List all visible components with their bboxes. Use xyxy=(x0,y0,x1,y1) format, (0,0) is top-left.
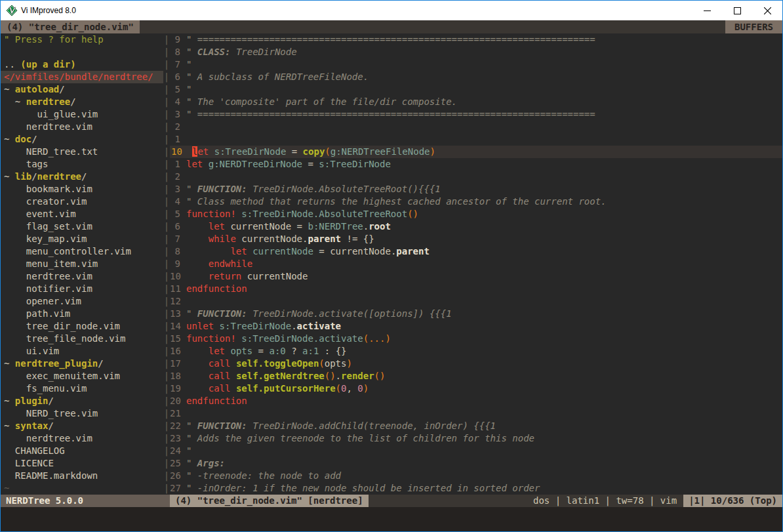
code-token: (up a dir) xyxy=(20,59,75,70)
status-filename: (4) "tree_dir_node.vim" [nerdtree] xyxy=(170,495,369,507)
code-line[interactable]: 6 let currentNode = b:NERDTree.root xyxy=(170,220,782,233)
code-token: menu_controller.vim xyxy=(4,246,131,256)
tree-item[interactable]: fs_menu.vim xyxy=(1,382,163,395)
code-line[interactable]: 14unlet s:TreeDirNode.activate xyxy=(170,320,782,333)
code-line[interactable]: 11endfunction xyxy=(170,283,782,295)
code-line[interactable]: 7 while currentNode.parent != {} xyxy=(170,233,782,245)
code-line-current[interactable]: 10let s:TreeDirNode = copy(g:NERDTreeFil… xyxy=(170,146,782,158)
code-line[interactable]: 9" =====================================… xyxy=(170,33,782,46)
code-line[interactable]: 26" -treenode: the node to add xyxy=(170,470,782,482)
code-line[interactable]: 5" xyxy=(170,83,782,96)
code-line[interactable]: 1 xyxy=(170,133,782,146)
code-line[interactable]: 12 xyxy=(170,295,782,308)
tree-item[interactable]: ui_glue.vim xyxy=(1,108,163,121)
code-line[interactable]: 20endfunction xyxy=(170,395,782,407)
tree-item[interactable]: ~ syntax/ xyxy=(1,420,163,432)
tree-item[interactable]: README.markdown xyxy=(1,470,163,482)
minimize-button[interactable] xyxy=(692,1,722,20)
code-line[interactable]: 19 call self.putCursorHere(0, 0) xyxy=(170,382,782,395)
code-line[interactable]: 4" The 'composite' part of the file/dir … xyxy=(170,96,782,108)
code-line[interactable]: 22" FUNCTION: TreeDirNode.addChild(treen… xyxy=(170,420,782,432)
tree-item[interactable]: ui.vim xyxy=(1,345,163,358)
code-line[interactable]: 4" Class method that returns the highest… xyxy=(170,195,782,208)
tree-item[interactable]: ~ doc/ xyxy=(1,133,163,146)
code-line[interactable]: 7" xyxy=(170,58,782,71)
tree-item[interactable]: ~ autoload/ xyxy=(1,83,163,96)
tree-item[interactable]: tree_file_node.vim xyxy=(1,333,163,345)
code-line[interactable]: 16 let opts = a:0 ? a:1 : {} xyxy=(170,345,782,358)
tree-item[interactable]: path.vim xyxy=(1,308,163,320)
code-token: " xyxy=(186,59,191,70)
code-token: opts xyxy=(325,358,347,369)
tree-item[interactable]: opener.vim xyxy=(1,295,163,308)
code-token: bookmark.vim xyxy=(4,184,92,194)
code-token: / xyxy=(98,358,103,369)
code-text: function! s:TreeDirNode.AbsoluteTreeRoot… xyxy=(186,208,418,220)
code-line[interactable]: 3" =====================================… xyxy=(170,108,782,121)
code-line[interactable]: 13" FUNCTION: TreeDirNode.activate([opti… xyxy=(170,308,782,320)
window-separator[interactable]: | | | | | | | | | | | | | | | | | | | | … xyxy=(163,33,170,495)
tree-item[interactable]: nerdtree.vim xyxy=(1,270,163,283)
tree-item[interactable]: nerdtree.vim xyxy=(1,121,163,133)
tree-item[interactable]: flag_set.vim xyxy=(1,220,163,233)
code-token: != {} xyxy=(341,234,374,244)
code-line[interactable]: 3" FUNCTION: TreeDirNode.AbsoluteTreeRoo… xyxy=(170,183,782,195)
tree-item[interactable]: tree_dir_node.vim xyxy=(1,320,163,333)
code-line[interactable]: 27" -inOrder: 1 if the new node should b… xyxy=(170,482,782,495)
code-line[interactable]: 25" Args: xyxy=(170,457,782,470)
code-line[interactable]: 2 xyxy=(170,121,782,133)
code-text: " FUNCTION: TreeDirNode.addChild(treenod… xyxy=(186,420,496,432)
tree-item[interactable]: NERD_tree.vim xyxy=(1,407,163,420)
tree-item[interactable]: nerdtree.vim xyxy=(1,432,163,445)
code-line[interactable]: 1let g:NERDTreeDirNode = s:TreeDirNode xyxy=(170,158,782,171)
tree-item[interactable]: ~ nerdtree/ xyxy=(1,96,163,108)
code-token: TreeDirNode.addChild(treenode, inOrder) … xyxy=(252,420,496,431)
code-token: " xyxy=(186,458,197,468)
tree-item[interactable]: ~ xyxy=(1,482,163,495)
tree-item[interactable]: event.vim xyxy=(1,208,163,220)
tree-item[interactable]: notifier.vim xyxy=(1,283,163,295)
tree-item[interactable]: ~ lib/nerdtree/ xyxy=(1,171,163,183)
code-token xyxy=(186,258,209,269)
tree-item[interactable]: exec_menuitem.vim xyxy=(1,370,163,382)
buffers-label[interactable]: BUFFERS xyxy=(725,20,782,33)
code-line[interactable]: 17 call self.toggleOpen(opts) xyxy=(170,358,782,370)
code-line[interactable]: 2 xyxy=(170,171,782,183)
code-line[interactable]: 5function! s:TreeDirNode.AbsoluteTreeRoo… xyxy=(170,208,782,220)
command-line[interactable] xyxy=(1,507,782,531)
tree-item[interactable]: LICENCE xyxy=(1,457,163,470)
code-line[interactable]: 6" A subclass of NERDTreeFileNode. xyxy=(170,71,782,83)
tree-item[interactable]: creator.vim xyxy=(1,195,163,208)
code-line[interactable]: 21 xyxy=(170,407,782,420)
code-line[interactable]: 9 endwhile xyxy=(170,258,782,270)
tree-item[interactable]: key_map.vim xyxy=(1,233,163,245)
code-line[interactable]: 10 return currentNode xyxy=(170,270,782,283)
close-button[interactable] xyxy=(752,1,782,20)
code-token: = xyxy=(302,159,319,169)
code-line[interactable]: 24" xyxy=(170,445,782,457)
tree-item[interactable]: bookmark.vim xyxy=(1,183,163,195)
tree-item[interactable]: ~ plugin/ xyxy=(1,395,163,407)
tree-root-item[interactable]: </vimfiles/bundle/nerdtree/ xyxy=(1,71,163,83)
code-token: self.putCursorHere xyxy=(236,383,336,394)
tree-item[interactable] xyxy=(1,46,163,58)
tree-item[interactable]: ~ nerdtree_plugin/ xyxy=(1,358,163,370)
tree-item[interactable]: NERD_tree.txt xyxy=(1,146,163,158)
code-line[interactable]: 8" CLASS: TreeDirNode xyxy=(170,46,782,58)
tree-item[interactable]: CHANGELOG xyxy=(1,445,163,457)
main-area: " Press ? for help.. (up a dir)</vimfile… xyxy=(1,33,782,495)
maximize-button[interactable] xyxy=(722,1,752,20)
code-token: .. xyxy=(4,59,20,70)
tree-item[interactable]: menu_item.vim xyxy=(1,258,163,270)
tree-item[interactable]: .. (up a dir) xyxy=(1,58,163,71)
code-line[interactable]: 15function! s:TreeDirNode.activate(...) xyxy=(170,333,782,345)
tab-active[interactable]: (4) "tree_dir_node.vim" xyxy=(1,20,140,33)
code-token: / xyxy=(59,84,64,94)
code-line[interactable]: 23" Adds the given treenode to the list … xyxy=(170,432,782,445)
tree-item[interactable]: tags xyxy=(1,158,163,171)
code-line[interactable]: 18 call self.getNerdtree().render() xyxy=(170,370,782,382)
tree-item[interactable]: " Press ? for help xyxy=(1,33,163,46)
tree-item[interactable]: menu_controller.vim xyxy=(1,245,163,258)
code-line[interactable]: 8 let currentNode = currentNode.parent xyxy=(170,245,782,258)
code-text: " Adds the given treenode to the list of… xyxy=(186,432,534,445)
